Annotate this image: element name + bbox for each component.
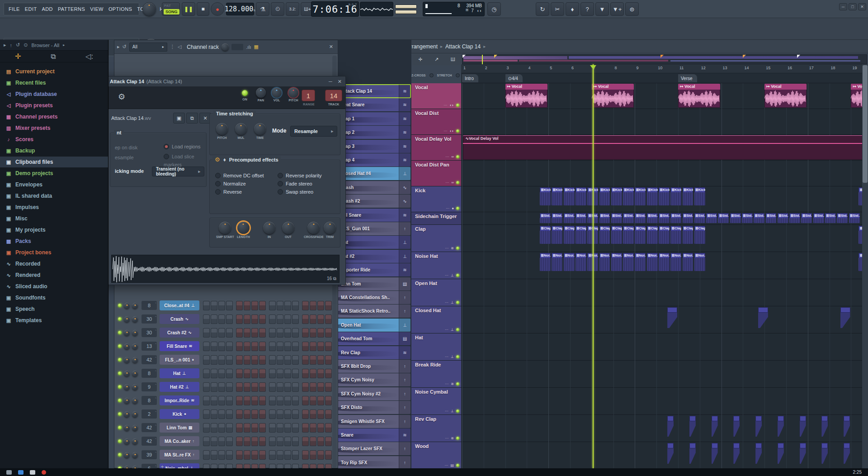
menu-options[interactable]: OPTIONS [108,6,132,12]
channel-number-display[interactable]: 8 [142,396,157,405]
pitch-range-display[interactable]: 1 [302,90,315,101]
step-cell[interactable] [218,409,225,419]
pattern-clip-sid-er[interactable]: ≣Sid..er [564,213,575,223]
playlist-vertical-scrollbar[interactable] [862,64,868,468]
step-cell[interactable] [236,437,243,446]
pattern-clip-sid-er[interactable]: ≣Sid..er [706,213,717,223]
playhead-line[interactable] [593,64,594,468]
step-cell[interactable] [302,437,309,446]
step-cell[interactable] [269,382,276,392]
step-cell[interactable] [284,409,291,419]
step-cell[interactable] [284,369,291,378]
step-cell[interactable] [251,382,258,392]
channel-pan-knob[interactable] [124,371,130,376]
ramp-clip[interactable] [800,443,806,464]
pattern-clip-kick[interactable]: ≣Kick [540,187,551,205]
pattern-clip-clap[interactable]: ≣Clap [552,226,562,244]
step-cell[interactable] [259,396,266,405]
step-cell[interactable] [317,437,324,446]
pattern-clip-sid-er[interactable]: ≣Sid..er [778,213,788,223]
channel-pan-knob[interactable] [124,303,130,309]
step-cell[interactable] [292,382,299,392]
track-header-vocal-delay-vol[interactable]: Vocal Delay Vol···∞ [411,135,461,161]
channel-number-display[interactable]: 42 [142,423,157,432]
effect-option-reverse[interactable]: Reverse [215,189,264,195]
step-cell[interactable] [218,423,225,433]
sample-knob-in[interactable]: IN [263,222,275,238]
channel-button-crash-2[interactable]: Crash #2∿ [160,328,199,338]
browser-item-sliced-audio[interactable]: ∿Sliced audio [0,281,108,292]
step-cell[interactable] [325,396,332,405]
pattern-clip-clap[interactable]: ≣Clap [647,226,658,244]
channel-number-display[interactable]: 42 [142,437,157,446]
step-cell[interactable] [218,355,225,365]
step-cell[interactable] [226,396,233,405]
ramp-clip[interactable] [778,416,784,437]
browser-item-scores[interactable]: ♪Scores [0,134,108,145]
picker-item-rev-clap[interactable]: Rev Clap≋ [335,346,410,359]
step-cell[interactable] [203,450,210,460]
channel-enable-led[interactable] [118,358,122,362]
track-led[interactable] [456,382,459,386]
pattern-clip-noi-at[interactable]: ≣Noi..at [599,253,610,271]
ramp-clip[interactable] [689,416,696,437]
master-volume-pitch-sliders[interactable] [395,3,417,15]
resample-option[interactable]: esample [115,153,134,161]
step-cell[interactable] [302,342,309,351]
step-cell[interactable] [211,328,217,338]
step-cell[interactable] [310,301,316,310]
ramp-clip[interactable] [840,307,850,328]
pattern-clip-sid-er[interactable]: ≣Sid..er [635,213,646,223]
marker-verse[interactable]: Verse [678,74,697,82]
track-header-sidechain-trigger[interactable]: Sidechain Trigger [411,212,461,225]
step-cell[interactable] [277,314,283,324]
taskbar-app-icon[interactable] [6,470,12,475]
channel-pan-knob[interactable] [124,343,130,349]
step-cell[interactable] [269,355,276,365]
channel-volume-knob[interactable] [132,398,138,404]
channel-enable-led[interactable] [118,331,122,334]
picker-item-snare[interactable]: Snare≋ [335,428,410,442]
pattern-clip-kick[interactable]: ≣Kick [611,187,622,205]
step-cell[interactable] [203,437,210,446]
channel-volume-knob[interactable] [132,330,138,336]
sample-knob-smp-start[interactable]: SMP START [216,222,234,238]
pattern-clip-kick[interactable]: ≣Kick [647,187,658,205]
ramp-clip[interactable] [755,416,762,437]
ramp-clip[interactable] [733,443,740,464]
stretch-knob-pitch[interactable]: PITCH [216,123,228,139]
step-cell[interactable] [292,450,299,460]
pattern-clip-sid-er[interactable]: ≣Sid..er [754,213,764,223]
step-cell[interactable] [244,342,250,351]
channel-number-display[interactable]: 13 [142,342,157,351]
step-cell[interactable] [284,342,291,351]
step-cell[interactable] [310,437,316,446]
sample-knob-length[interactable]: LENGTH [237,222,250,238]
graph-editor-icon[interactable]: .ılı [246,44,251,50]
step-cell[interactable] [277,342,283,351]
step-cell[interactable] [203,355,210,365]
step-cell[interactable] [325,355,332,365]
track-header-vocal[interactable]: Vocal···◖◗ [411,83,461,109]
channel-enable-led[interactable] [118,439,122,443]
step-cell[interactable] [203,423,210,433]
step-cell[interactable] [310,396,316,405]
pattern-clip-clap[interactable]: ≣Clap [694,226,705,244]
browser-item-my-projects[interactable]: ▣My projects [0,224,108,235]
channel-on-led[interactable]: ON [242,89,248,101]
pattern-clip-sid-er[interactable]: ≣Sid..er [801,213,812,223]
pattern-clip-clap[interactable]: ≣Clap [599,226,610,244]
ramp-clip[interactable] [778,443,784,464]
track-header-noise-cymbal[interactable]: Noise Cymbal···⊥ [411,388,461,415]
step-cell[interactable] [302,396,309,405]
marker-intro[interactable]: Intro [462,74,478,82]
step-cell[interactable] [259,409,266,419]
pattern-clip-clap[interactable]: ≣Clap [540,226,551,244]
channel-enable-led[interactable] [118,453,122,457]
picker-item-clap-1[interactable]: Clap 1≋ [335,112,410,125]
pattern-clip-sid-er[interactable]: ≣Sid..er [659,213,670,223]
pattern-clip-noi-at[interactable]: ≣Noi..at [576,253,586,271]
help-icon[interactable]: ? [580,2,594,16]
track-menu-icon[interactable]: ··· [445,300,448,305]
save-new-version-icon[interactable]: ▼+ [610,2,624,16]
